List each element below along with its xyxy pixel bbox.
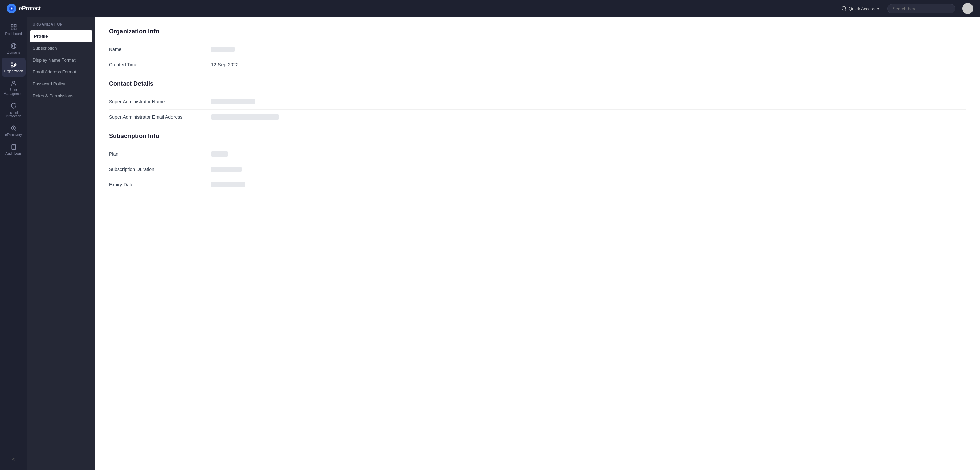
sidebar-item-dashboard[interactable]: Dashboard xyxy=(2,21,25,39)
svg-rect-4 xyxy=(14,25,16,27)
subsidebar-item-roles-permissions[interactable]: Roles & Permissions xyxy=(27,90,95,102)
info-row-subscription-duration: Subscription Duration xyxy=(109,162,966,177)
created-time-label: Created Time xyxy=(109,62,211,67)
sidebar-item-email-protection[interactable]: Email Protection xyxy=(2,99,25,121)
user-icon xyxy=(10,80,17,87)
sidebar-item-audit-logs[interactable]: Audit Logs xyxy=(2,140,25,159)
sidebar-item-ediscovery[interactable]: eDiscovery xyxy=(2,121,25,140)
main-content: Organization Info Name Created Time 12-S… xyxy=(95,17,980,470)
top-navigation: eProtect Quick Access ▾ xyxy=(0,0,980,17)
admin-email-label: Super Administrator Email Address xyxy=(109,114,211,120)
app-name: eProtect xyxy=(19,5,41,11)
subscription-title: Subscription Info xyxy=(109,133,966,140)
app-logo: eProtect xyxy=(7,4,41,13)
admin-email-value xyxy=(211,114,279,120)
subsidebar-header: ORGANIZATION xyxy=(27,22,95,30)
subscription-duration-value xyxy=(211,167,242,172)
dashboard-icon xyxy=(10,24,17,30)
plan-value xyxy=(211,151,228,157)
plan-label: Plan xyxy=(109,151,211,157)
svg-rect-6 xyxy=(14,28,16,30)
org-info-title: Organization Info xyxy=(109,28,966,35)
subsidebar-item-password-policy[interactable]: Password Policy xyxy=(27,78,95,90)
expiry-date-label: Expiry Date xyxy=(109,182,211,187)
org-info-section: Organization Info Name Created Time 12-S… xyxy=(109,28,966,72)
avatar[interactable] xyxy=(962,3,973,14)
admin-name-label: Super Administrator Name xyxy=(109,99,211,105)
org-icon xyxy=(10,61,17,68)
subsidebar-item-display-name-format[interactable]: Display Name Format xyxy=(27,54,95,66)
info-row-created-time: Created Time 12-Sep-2022 xyxy=(109,57,966,72)
sidebar: Dashboard Domains Organization xyxy=(0,17,27,470)
sub-sidebar: ORGANIZATION Profile Subscription Displa… xyxy=(27,17,95,470)
sidebar-item-email-prot-label: Email Protection xyxy=(4,111,24,118)
nav-divider xyxy=(883,5,883,12)
contact-title: Contact Details xyxy=(109,80,966,87)
ediscovery-icon xyxy=(10,125,17,132)
sidebar-item-audit-logs-label: Audit Logs xyxy=(5,152,21,156)
info-row-admin-name: Super Administrator Name xyxy=(109,94,966,110)
collapse-icon: ≤ xyxy=(12,456,15,463)
svg-rect-3 xyxy=(11,25,13,27)
sidebar-item-domains[interactable]: Domains xyxy=(2,39,25,58)
info-row-expiry-date: Expiry Date xyxy=(109,177,966,192)
subsidebar-item-subscription[interactable]: Subscription xyxy=(27,42,95,54)
sidebar-item-user-mgmt-label: User Management xyxy=(4,88,24,95)
contact-details-section: Contact Details Super Administrator Name… xyxy=(109,80,966,124)
shield-icon xyxy=(10,102,17,109)
name-value xyxy=(211,47,235,52)
logo-icon xyxy=(7,4,16,13)
expiry-date-value xyxy=(211,182,245,187)
subsidebar-item-profile[interactable]: Profile xyxy=(30,30,92,42)
svg-rect-9 xyxy=(11,62,13,64)
sidebar-item-ediscovery-label: eDiscovery xyxy=(5,133,22,137)
admin-name-value xyxy=(211,99,255,105)
search-input[interactable] xyxy=(888,4,956,13)
audit-icon xyxy=(10,143,17,150)
search-icon xyxy=(841,6,846,11)
info-row-plan: Plan xyxy=(109,146,966,162)
sidebar-item-organization[interactable]: Organization xyxy=(2,58,25,76)
globe-icon xyxy=(10,43,17,49)
svg-point-16 xyxy=(13,81,15,83)
collapse-button[interactable]: ≤ xyxy=(8,453,19,467)
sidebar-item-domains-label: Domains xyxy=(7,51,20,54)
quick-access-label: Quick Access xyxy=(849,6,875,11)
svg-point-2 xyxy=(842,6,846,10)
subscription-info-section: Subscription Info Plan Subscription Dura… xyxy=(109,133,966,192)
svg-rect-10 xyxy=(11,66,13,67)
info-row-admin-email: Super Administrator Email Address xyxy=(109,110,966,124)
chevron-down-icon: ▾ xyxy=(877,7,879,11)
svg-point-1 xyxy=(11,8,13,10)
subscription-duration-label: Subscription Duration xyxy=(109,167,211,172)
subsidebar-item-email-address-format[interactable]: Email Address Format xyxy=(27,66,95,78)
sidebar-item-organization-label: Organization xyxy=(4,69,24,73)
created-time-value: 12-Sep-2022 xyxy=(211,62,239,67)
quick-access-button[interactable]: Quick Access ▾ xyxy=(841,6,879,11)
name-label: Name xyxy=(109,47,211,52)
sidebar-item-dashboard-label: Dashboard xyxy=(5,32,22,36)
sidebar-item-user-management[interactable]: User Management xyxy=(2,76,25,99)
main-layout: Dashboard Domains Organization xyxy=(0,17,980,470)
svg-rect-5 xyxy=(11,28,13,30)
info-row-name: Name xyxy=(109,42,966,57)
